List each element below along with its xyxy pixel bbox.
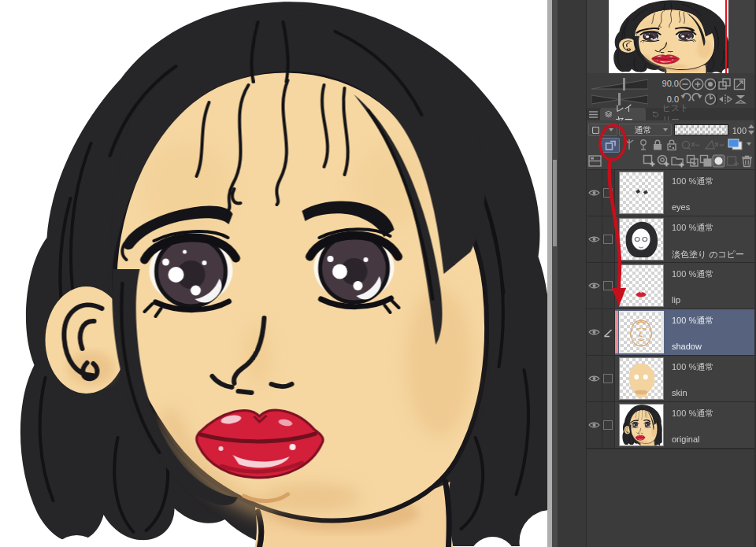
shadow-thumb-art: [621, 312, 662, 352]
canvas[interactable]: [0, 0, 547, 547]
layer-info: 100 %通常: [672, 361, 713, 373]
layer-visibility-toggle[interactable]: [587, 263, 602, 309]
opacity-spinner[interactable]: [748, 124, 754, 135]
layer-info: 100 %通常: [672, 176, 713, 187]
layer-row[interactable]: 100 %通常 eyes: [587, 170, 754, 216]
layer-row[interactable]: 100 %通常 original: [587, 402, 754, 449]
layer-row-selected[interactable]: 100 %通常 shadow: [587, 309, 754, 356]
divider: [716, 79, 717, 90]
artwork-painting: [0, 0, 547, 547]
clip-indicator-bar: [615, 311, 618, 353]
blend-mode-value: 通常: [635, 124, 652, 136]
layer-list-empty-area: [587, 449, 754, 547]
layer-visibility-toggle[interactable]: [587, 356, 602, 401]
chevron-down-icon[interactable]: [747, 142, 751, 146]
layer-name[interactable]: eyes: [672, 202, 690, 212]
eye-icon: [588, 328, 600, 336]
tab-history[interactable]: ヒストリー: [647, 108, 699, 120]
history-icon: [652, 109, 659, 119]
blend-mode-dropdown[interactable]: 通常: [619, 124, 672, 136]
layer-info: 100 %通常: [672, 408, 713, 419]
flip-vertical-icon[interactable]: [735, 93, 747, 105]
navigator-thumbnail: [609, 0, 728, 73]
eye-icon: [588, 375, 600, 383]
skin-thumb-art: [620, 358, 663, 399]
draft-layer-icon[interactable]: [638, 139, 649, 151]
create-mask-button[interactable]: [712, 154, 725, 168]
lightbox-button-disabled[interactable]: [726, 154, 739, 168]
layer-name[interactable]: original: [672, 434, 699, 444]
opacity-slider[interactable]: [674, 124, 728, 135]
layer-visibility-toggle[interactable]: [587, 216, 602, 262]
layer-thumbnail[interactable]: [619, 404, 664, 446]
zoom-slider[interactable]: [591, 77, 648, 91]
new-folder-button[interactable]: [671, 154, 685, 168]
layer-name[interactable]: skin: [672, 388, 687, 397]
reference-layer-icon[interactable]: [623, 139, 636, 151]
gutter-divider: [602, 170, 602, 449]
reset-rotation-button[interactable]: [704, 93, 717, 105]
layer-visibility-toggle[interactable]: [587, 309, 602, 355]
divider: [716, 94, 717, 105]
spinner-up-icon[interactable]: [748, 124, 754, 128]
delete-layer-button[interactable]: [741, 154, 753, 168]
palette-filter-dropdown[interactable]: [588, 124, 617, 136]
original-thumb-art: [620, 405, 663, 445]
layer-row[interactable]: 100 %通常 lip: [587, 263, 754, 309]
transfer-to-lower-layer-button[interactable]: [686, 154, 699, 168]
opacity-value: 100: [729, 127, 747, 135]
ruler-range-icon-disabled[interactable]: [704, 139, 724, 151]
layer-row[interactable]: 100 %通常 skin: [587, 356, 754, 402]
zoom-in-button[interactable]: [691, 78, 704, 91]
layer-thumbnail[interactable]: [619, 311, 664, 353]
zoom-out-button[interactable]: [679, 78, 691, 91]
layer-select-checkbox[interactable]: [602, 263, 614, 309]
layer-name[interactable]: shadow: [672, 342, 702, 351]
layer-name[interactable]: 淡色塗り のコピー: [672, 249, 744, 261]
layer-thumbnail[interactable]: [619, 357, 664, 400]
panel-tabbar: レイヤー ヒストリー: [587, 108, 754, 120]
fit-to-navigator-icon[interactable]: [718, 78, 731, 91]
navigator-preview[interactable]: [609, 0, 728, 73]
layer-select-checkbox[interactable]: [602, 402, 614, 448]
layer-edit-target[interactable]: [602, 309, 614, 355]
layer-thumbnail[interactable]: [619, 172, 664, 214]
layer-visibility-toggle[interactable]: [587, 402, 602, 448]
dock-scrollbar-thumb[interactable]: [553, 160, 557, 246]
layer-select-checkbox[interactable]: [602, 356, 614, 401]
enable-mask-icon-disabled[interactable]: [680, 139, 701, 151]
opacity-slider-handle[interactable]: [726, 125, 728, 135]
layer-thumbnail[interactable]: [619, 264, 664, 307]
layers-icon: [605, 109, 612, 119]
spinner-down-icon[interactable]: [748, 131, 754, 135]
layer-visibility-toggle[interactable]: [587, 170, 602, 216]
lock-transparent-pixels-icon[interactable]: [666, 139, 677, 151]
layer-name[interactable]: lip: [672, 295, 680, 305]
layer-select-checkbox[interactable]: [602, 216, 614, 262]
pencil-icon: [603, 327, 613, 338]
dock-scrollbar[interactable]: [552, 0, 558, 547]
fit-to-screen-icon[interactable]: [733, 78, 746, 91]
two-pane-view-icon[interactable]: [588, 155, 602, 167]
navigator-view-frame: [725, 0, 727, 73]
clip-to-layer-below-button[interactable]: [601, 138, 620, 153]
layer-color-chip-icon: [728, 139, 743, 150]
panel-menu-icon[interactable]: [589, 111, 598, 118]
layer-palette-header: 通常 100: [587, 120, 754, 170]
eyes-thumb-art: [620, 172, 663, 213]
flip-horizontal-icon[interactable]: [718, 93, 732, 105]
layer-select-checkbox[interactable]: [602, 170, 614, 216]
eye-icon: [588, 189, 600, 197]
clipping-icon: [605, 140, 617, 151]
layer-color-button[interactable]: [728, 139, 743, 150]
new-layer-settings-button[interactable]: [657, 154, 670, 168]
layer-info: 100 %通常: [672, 315, 713, 327]
zoom-reset-button[interactable]: [704, 78, 717, 91]
layer-row[interactable]: 100 %通常 淡色塗り のコピー: [587, 216, 754, 263]
eye-icon: [588, 235, 600, 243]
new-layer-button[interactable]: [643, 154, 656, 168]
layer-thumbnail[interactable]: [619, 218, 664, 261]
merge-with-lower-layer-button[interactable]: [699, 154, 713, 168]
lock-layer-icon[interactable]: [652, 139, 663, 151]
tab-layer[interactable]: レイヤー: [600, 108, 646, 120]
